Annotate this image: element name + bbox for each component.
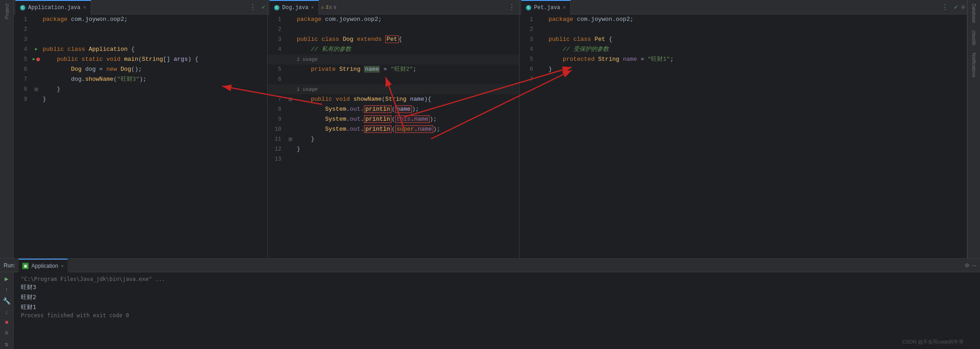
run-tab-close[interactable]: × (61, 263, 64, 269)
editor-panel-pet: C Pet.java × ⋮ ✓ ⊙ 1 package com.joywon.… (519, 0, 967, 258)
run-tab-icon: ▣ (22, 263, 29, 269)
code-line-1-4: 4 ▶ public class Application { (14, 44, 267, 54)
run-button-4[interactable]: ▶ (35, 44, 38, 54)
warn-area: ⚠ ⚠ 2 2 ∧ ∨ (319, 4, 337, 11)
notifications-icon[interactable]: Notifications (971, 53, 976, 77)
run-cmd-line: "C:\Program Files\Java_jdk\bin\java.exe"… (21, 276, 973, 282)
code-line-3-3: 3 public class Pet { (519, 34, 967, 44)
run-tab-label: Application (31, 263, 58, 269)
editor-panel-application: C Application.java × ⋮ ✓ 1 package com.j… (14, 0, 268, 258)
code-content-1[interactable]: 1 package com.joywon.oop2; 2 3 4 (14, 15, 267, 258)
warn-up-arrow[interactable]: ∧ (328, 4, 332, 11)
run-output-line-2: 旺财2 (21, 292, 973, 302)
code-line-1-5: 5 ▶ public static void main(String[] arg… (14, 54, 267, 64)
run-stop-btn[interactable]: ■ (5, 320, 8, 326)
run-button-5[interactable]: ▶ (33, 54, 35, 64)
run-output-line-1: 旺财3 (21, 282, 973, 292)
code-line-2-12: 12 } (268, 144, 519, 154)
tab-menu-2[interactable]: ⋮ (506, 3, 517, 12)
minimize-icon[interactable]: — (973, 262, 976, 269)
code-line-3-6: 6 } (519, 64, 967, 74)
status-ok-3: ✓ (954, 3, 958, 11)
magnify-icon[interactable]: ⊙ (961, 4, 965, 11)
editors-container: C Application.java × ⋮ ✓ 1 package com.j… (14, 0, 967, 258)
code-line-2-1: 1 package com.joywon.oop2; (268, 15, 519, 25)
code-line-2-2: 2 (268, 25, 519, 34)
code-line-1-9: 9 } (14, 94, 267, 104)
code-line-2-4: 4 // 私有的参数 (268, 44, 519, 54)
database-icon[interactable]: Database (971, 4, 976, 23)
run-exit-line: Process finished with exit code 0 (21, 312, 973, 319)
code-content-2[interactable]: 1 package com.joywon.oop2; 2 3 public cl… (268, 15, 519, 258)
code-line-2-7: 7 public void showName(String name){ (268, 94, 519, 104)
run-output: "C:\Program Files\Java_jdk\bin\java.exe"… (14, 272, 980, 349)
code-line-2-6: 6 (268, 74, 519, 84)
warning-indicator: ⚠ ⚠ 2 2 (321, 4, 328, 10)
tab-application-label: Application.java (28, 5, 80, 11)
editor-area: Project C Application.java × ⋮ ✓ 1 packa… (0, 0, 980, 258)
code-line-1-2: 2 (14, 25, 267, 34)
java-icon-2: C (274, 5, 279, 10)
tab-dog-label: Dog.java (282, 5, 309, 11)
run-play-btn[interactable]: ▶ (5, 275, 8, 283)
run-tab[interactable]: ▣ Application × (19, 259, 67, 272)
tab-pet-label: Pet.java (534, 5, 560, 11)
tab-bar-2: C Dog.java × ⚠ ⚠ 2 2 ∧ ∨ ⋮ (268, 0, 519, 15)
right-sidebar: Database classlib Notifications (967, 0, 980, 258)
code-line-2-13: 13 (268, 154, 519, 164)
code-line-1-7: 7 dog.showName("旺财3"); (14, 74, 267, 84)
tab-application-close[interactable]: × (83, 5, 86, 10)
code-line-1-3: 3 (14, 34, 267, 44)
status-ok-1: ✓ (262, 3, 265, 11)
code-line-usage-2: 1 usage (268, 84, 519, 94)
settings-icon[interactable]: ⚙ (965, 261, 969, 269)
code-line-3-1: 1 package com.joywon.oop2; (519, 15, 967, 25)
java-icon-3: C (526, 5, 531, 10)
tab-menu-1[interactable]: ⋮ (247, 3, 258, 12)
java-icon-1: C (20, 5, 25, 10)
editor-panel-dog: C Dog.java × ⚠ ⚠ 2 2 ∧ ∨ ⋮ (268, 0, 519, 258)
project-icon[interactable]: Project (4, 4, 10, 19)
run-panel: Run: ▣ Application × ⚙ — ▶ ↑ 🔧 ↓ ■ ≡ ⇅ 🖨… (0, 258, 980, 349)
tab-bar-3: C Pet.java × ⋮ ✓ ⊙ (519, 0, 967, 15)
run-panel-body: ▶ ↑ 🔧 ↓ ■ ≡ ⇅ 🖨 "C:\Program Files\Java_j… (0, 272, 980, 349)
warn-down-arrow[interactable]: ∨ (333, 4, 337, 11)
tab-menu-3[interactable]: ⋮ (940, 3, 951, 12)
classlib-icon[interactable]: classlib (971, 30, 976, 45)
run-wrench-btn[interactable]: 🔧 (3, 297, 10, 305)
run-panel-header: Run: ▣ Application × ⚙ — (0, 259, 980, 272)
tab-application[interactable]: C Application.java × (15, 0, 91, 15)
run-down-btn[interactable]: ↓ (5, 309, 8, 316)
code-line-2-3: 3 public class Dog extends Pet{ (268, 34, 519, 44)
code-line-2-11: 11 } (268, 134, 519, 144)
code-line-2-9: 9 System.out.println(this.name); (268, 114, 519, 124)
breakpoint-sq-7 (289, 98, 292, 101)
code-line-1-1: 1 package com.joywon.oop2; (14, 15, 267, 25)
run-panel-settings: ⚙ — (965, 261, 976, 269)
tab-dog-close[interactable]: × (311, 5, 314, 10)
code-line-usage-1: 1 usage (268, 54, 519, 64)
run-left-toolbar: ▶ ↑ 🔧 ↓ ■ ≡ ⇅ 🖨 (0, 272, 14, 349)
code-line-1-6: 6 Dog dog = new Dog(); (14, 64, 267, 74)
run-sort-btn[interactable]: ⇅ (5, 340, 8, 348)
run-list-btn[interactable]: ≡ (5, 329, 8, 337)
tab-dog[interactable]: C Dog.java × (270, 0, 319, 15)
tab-pet-close[interactable]: × (563, 5, 566, 10)
code-line-3-4: 4 // 受保护的参数 (519, 44, 967, 54)
tab-pet[interactable]: C Pet.java × (521, 0, 571, 15)
code-line-2-10: 10 System.out.println(super.name); (268, 124, 519, 134)
run-label: Run: (4, 262, 15, 269)
code-line-3-7: 7 (519, 74, 967, 84)
watermark: CSDN @不会写code的牛哥 (902, 339, 964, 345)
tab-bar-1: C Application.java × ⋮ ✓ (14, 0, 267, 15)
code-line-3-5: 5 protected String name = "旺财1"; (519, 54, 967, 64)
run-up-btn[interactable]: ↑ (5, 286, 8, 294)
code-line-2-5: 5 private String name = "旺财2"; (268, 64, 519, 74)
code-line-2-8: 8 System.out.println(name); (268, 104, 519, 114)
left-sidebar: Project (0, 0, 14, 258)
breakpoint-5[interactable] (36, 58, 40, 61)
code-content-3[interactable]: 1 package com.joywon.oop2; 2 3 public cl… (519, 15, 967, 258)
code-line-3-2: 2 (519, 25, 967, 34)
breakpoint-sq-8 (34, 88, 38, 91)
breakpoint-sq-11 (289, 138, 292, 141)
